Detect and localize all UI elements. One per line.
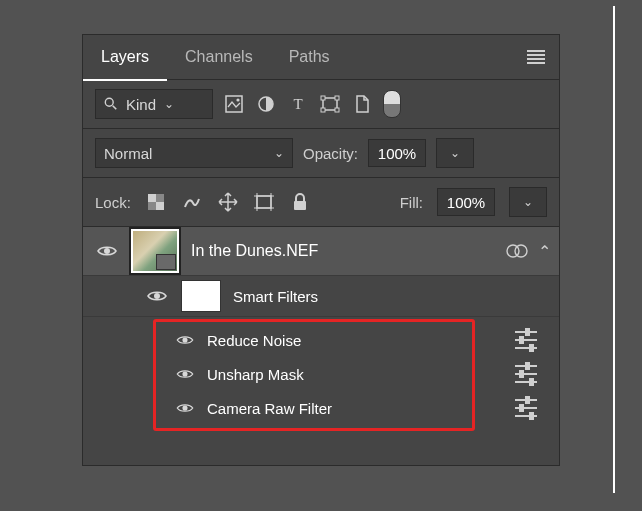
filter-shape-icon[interactable] xyxy=(319,93,341,115)
svg-point-24 xyxy=(154,293,160,299)
visibility-icon[interactable] xyxy=(145,289,169,303)
smart-filters-row[interactable]: Smart Filters xyxy=(83,276,559,317)
visibility-icon[interactable] xyxy=(175,334,195,346)
lock-artboard-icon[interactable] xyxy=(253,191,275,213)
svg-rect-9 xyxy=(321,108,325,112)
lock-transparent-icon[interactable] xyxy=(145,191,167,213)
fill-dropdown[interactable]: ⌄ xyxy=(509,187,547,217)
svg-point-25 xyxy=(182,337,187,342)
svg-rect-10 xyxy=(335,108,339,112)
panel-menu-icon[interactable] xyxy=(527,50,545,64)
chevron-down-icon: ⌄ xyxy=(274,146,284,160)
svg-point-27 xyxy=(182,405,187,410)
filter-toggle[interactable] xyxy=(383,90,401,118)
filter-blend-options-icon[interactable] xyxy=(515,331,537,349)
smart-filter-badge-icon xyxy=(506,243,528,259)
kind-label: Kind xyxy=(126,96,156,113)
opacity-dropdown[interactable]: ⌄ xyxy=(436,138,474,168)
svg-line-1 xyxy=(113,106,117,110)
svg-rect-13 xyxy=(156,194,164,202)
layer-name[interactable]: In the Dunes.NEF xyxy=(191,242,494,260)
layers-panel: Layers Channels Paths Kind ⌄ xyxy=(82,34,560,466)
blend-row: Normal ⌄ Opacity: 100% ⌄ xyxy=(83,129,559,178)
filter-pixel-icon[interactable] xyxy=(223,93,245,115)
visibility-icon[interactable] xyxy=(95,244,119,258)
layer-filter-row: Kind ⌄ T xyxy=(83,80,559,129)
lock-all-icon[interactable] xyxy=(289,191,311,213)
filter-row[interactable]: Reduce Noise xyxy=(83,323,559,357)
svg-point-21 xyxy=(104,248,110,254)
search-icon xyxy=(104,97,118,111)
filter-type-icon[interactable]: T xyxy=(287,93,309,115)
filter-name: Camera Raw Filter xyxy=(207,400,559,417)
svg-rect-20 xyxy=(294,201,306,210)
fill-label: Fill: xyxy=(400,194,423,211)
filter-smartobject-icon[interactable] xyxy=(351,93,373,115)
panel-tab-bar: Layers Channels Paths xyxy=(83,35,559,80)
svg-point-0 xyxy=(105,98,113,106)
lock-row: Lock: Fill: 100% ⌄ xyxy=(83,178,559,227)
layer-list: In the Dunes.NEF ⌃ Smart Filters xyxy=(83,227,559,433)
filter-name: Unsharp Mask xyxy=(207,366,559,383)
chevron-down-icon: ⌄ xyxy=(523,195,533,209)
filter-name: Reduce Noise xyxy=(207,332,559,349)
visibility-icon[interactable] xyxy=(175,368,195,380)
svg-rect-8 xyxy=(335,96,339,100)
filter-row[interactable]: Camera Raw Filter xyxy=(83,391,559,425)
opacity-label: Opacity: xyxy=(303,145,358,162)
filter-blend-options-icon[interactable] xyxy=(515,365,537,383)
svg-point-23 xyxy=(515,245,527,257)
filter-adjustment-icon[interactable] xyxy=(255,93,277,115)
svg-point-3 xyxy=(236,98,239,101)
blend-mode-value: Normal xyxy=(104,145,152,162)
svg-rect-15 xyxy=(257,196,271,208)
smart-filters-label: Smart Filters xyxy=(233,288,318,305)
svg-rect-11 xyxy=(148,194,156,202)
svg-rect-14 xyxy=(148,202,156,210)
fill-field[interactable]: 100% xyxy=(437,188,495,216)
smart-filter-list: Reduce Noise Unsharp Mask Camera Raw Fil… xyxy=(83,317,559,433)
blend-mode-select[interactable]: Normal ⌄ xyxy=(95,138,293,168)
lock-position-icon[interactable] xyxy=(217,191,239,213)
chevron-down-icon: ⌄ xyxy=(450,146,460,160)
tab-channels[interactable]: Channels xyxy=(167,35,271,79)
opacity-field[interactable]: 100% xyxy=(368,139,426,167)
lock-image-icon[interactable] xyxy=(181,191,203,213)
layer-row[interactable]: In the Dunes.NEF ⌃ xyxy=(83,227,559,276)
tab-layers[interactable]: Layers xyxy=(83,35,167,81)
filter-row[interactable]: Unsharp Mask xyxy=(83,357,559,391)
tab-paths[interactable]: Paths xyxy=(271,35,348,79)
svg-point-26 xyxy=(182,371,187,376)
expand-icon[interactable]: ⌃ xyxy=(538,242,551,261)
visibility-icon[interactable] xyxy=(175,402,195,414)
filter-mask-thumbnail[interactable] xyxy=(181,280,221,312)
svg-rect-12 xyxy=(156,202,164,210)
svg-rect-7 xyxy=(321,96,325,100)
layer-thumbnail[interactable] xyxy=(131,229,179,273)
smart-object-badge-icon xyxy=(156,254,176,270)
chevron-down-icon: ⌄ xyxy=(164,97,174,111)
svg-text:T: T xyxy=(293,96,302,112)
filter-blend-options-icon[interactable] xyxy=(515,399,537,417)
lock-label: Lock: xyxy=(95,194,131,211)
layer-filter-kind-select[interactable]: Kind ⌄ xyxy=(95,89,213,119)
